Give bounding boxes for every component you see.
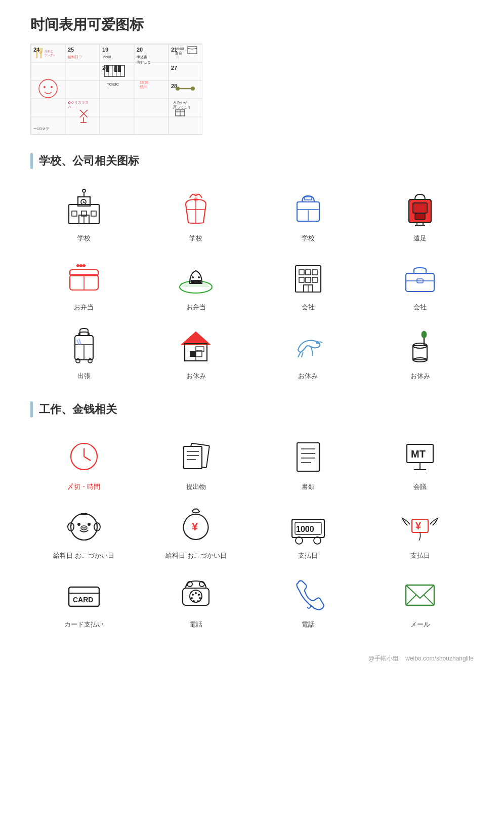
section-work-title: 工作、金钱相关 xyxy=(39,402,117,417)
label-company2: 会社 xyxy=(413,303,427,312)
svg-rect-98 xyxy=(312,270,317,275)
icon-rest1: お休み xyxy=(143,322,250,381)
label-bento2: お弁当 xyxy=(186,303,206,312)
svg-point-147 xyxy=(82,527,83,528)
svg-text:〜1/3マデ: 〜1/3マデ xyxy=(33,127,50,131)
svg-rect-116 xyxy=(190,351,196,357)
svg-text:27: 27 xyxy=(171,65,177,71)
svg-text:MT: MT xyxy=(411,448,426,460)
svg-text:✿クリスマス: ✿クリスマス xyxy=(68,101,89,104)
label-salary2: 給料日 おこづかい日 xyxy=(165,551,227,560)
svg-rect-96 xyxy=(299,270,304,275)
icon-school1: 学校 xyxy=(30,184,138,243)
icon-payment2: ¥ 支払日 xyxy=(367,502,474,560)
work-icon-grid: 〆切・時間 提出物 書類 xyxy=(30,433,474,630)
svg-rect-28 xyxy=(118,65,121,72)
svg-text:申込書: 申込書 xyxy=(137,55,147,59)
svg-point-148 xyxy=(84,527,86,528)
svg-point-61 xyxy=(82,189,86,192)
icon-company1: 会社 xyxy=(255,253,362,312)
svg-point-93 xyxy=(192,276,194,278)
svg-rect-99 xyxy=(299,277,304,282)
svg-text:1000: 1000 xyxy=(296,525,314,533)
label-mail: メール xyxy=(410,620,430,629)
svg-text:出すこと: 出すこと xyxy=(137,60,151,64)
icon-company2: 会社 xyxy=(367,253,474,312)
svg-point-174 xyxy=(192,594,194,596)
label-rest2: お休み xyxy=(298,371,318,381)
label-school2: 学校 xyxy=(189,234,202,243)
svg-rect-97 xyxy=(306,270,311,275)
label-phone1: 電話 xyxy=(189,620,202,629)
section-work-header: 工作、金钱相关 xyxy=(30,401,474,418)
icon-bento2: お弁当 xyxy=(143,253,250,312)
label-meeting: 会議 xyxy=(413,482,427,491)
icon-mail: メール xyxy=(367,570,474,629)
svg-point-172 xyxy=(193,600,195,602)
footer: @手帐小组 weibo.com/shouzhanglife xyxy=(30,649,474,663)
label-trip1: 出張 xyxy=(77,371,91,381)
label-rest3: お休み xyxy=(410,371,430,381)
label-card: カード支払い xyxy=(64,620,104,629)
section-bar xyxy=(30,153,33,169)
svg-rect-64 xyxy=(91,211,96,216)
icon-phone2: 電話 xyxy=(255,570,362,629)
svg-point-94 xyxy=(198,276,200,278)
svg-rect-134 xyxy=(297,443,319,471)
icon-bento1: お弁当 xyxy=(30,253,138,312)
icon-salary2: ¥ 給料日 おこづかい日 xyxy=(143,502,250,560)
svg-rect-104 xyxy=(406,273,434,292)
icon-school3: 学校 xyxy=(255,184,362,243)
svg-text:品川: 品川 xyxy=(140,85,147,89)
icon-card: CARD カード支払い xyxy=(30,570,138,629)
svg-point-33 xyxy=(176,87,180,91)
svg-text:19: 19 xyxy=(102,47,108,53)
svg-text:🦷: 🦷 xyxy=(175,54,180,59)
label-company1: 会社 xyxy=(302,303,315,312)
svg-rect-100 xyxy=(306,277,311,282)
svg-point-144 xyxy=(77,523,80,526)
svg-point-124 xyxy=(422,331,427,338)
icon-salary1: 給料日 おこづかい日 xyxy=(30,502,138,560)
icon-school2: 学校 xyxy=(143,184,250,243)
svg-point-173 xyxy=(191,597,193,599)
svg-rect-101 xyxy=(312,277,317,282)
svg-text:きみやが: きみやが xyxy=(173,101,188,105)
icon-deadline: 〆切・時間 xyxy=(30,433,138,491)
label-salary1: 給料日 おこづかい日 xyxy=(53,551,114,560)
svg-point-169 xyxy=(198,594,200,596)
icon-payment1: 1000 支払日 xyxy=(255,502,362,560)
svg-text:TOEIC: TOEIC xyxy=(107,82,119,87)
svg-rect-27 xyxy=(114,65,117,72)
icon-phone1: 電話 xyxy=(143,570,250,629)
icon-rest2: お休み xyxy=(255,322,362,381)
svg-text:20: 20 xyxy=(137,47,143,53)
icon-trip1: 出張 xyxy=(30,322,138,381)
svg-point-146 xyxy=(81,526,87,530)
label-deadline: 〆切・時間 xyxy=(67,482,100,491)
label-submit: 提出物 xyxy=(186,482,206,491)
svg-point-171 xyxy=(197,600,199,602)
svg-marker-114 xyxy=(182,332,210,345)
svg-point-168 xyxy=(195,592,197,594)
label-phone2: 電話 xyxy=(302,620,315,629)
icon-meeting: MT 会議 xyxy=(367,433,474,491)
label-school4: 遠足 xyxy=(413,234,427,243)
label-payment2: 支払日 xyxy=(410,551,430,560)
svg-rect-151 xyxy=(80,513,88,515)
school-icon-grid: 学校 学校 学校 xyxy=(30,184,474,381)
icon-school4: 遠足 xyxy=(367,184,474,243)
svg-text:カネと: カネと xyxy=(44,50,53,53)
svg-rect-130 xyxy=(184,446,202,469)
svg-text:¥: ¥ xyxy=(415,520,422,531)
svg-rect-175 xyxy=(406,585,434,605)
label-payment1: 支払日 xyxy=(298,551,318,560)
svg-point-34 xyxy=(191,87,195,91)
svg-text:CARD: CARD xyxy=(73,596,93,604)
icon-submit: 提出物 xyxy=(143,433,250,491)
label-rest1: お休み xyxy=(186,371,206,381)
svg-text:19:00: 19:00 xyxy=(175,47,184,51)
icon-rest3: お休み xyxy=(367,322,474,381)
svg-text:¥: ¥ xyxy=(192,520,198,533)
svg-text:給料日♡: 給料日♡ xyxy=(67,55,82,59)
